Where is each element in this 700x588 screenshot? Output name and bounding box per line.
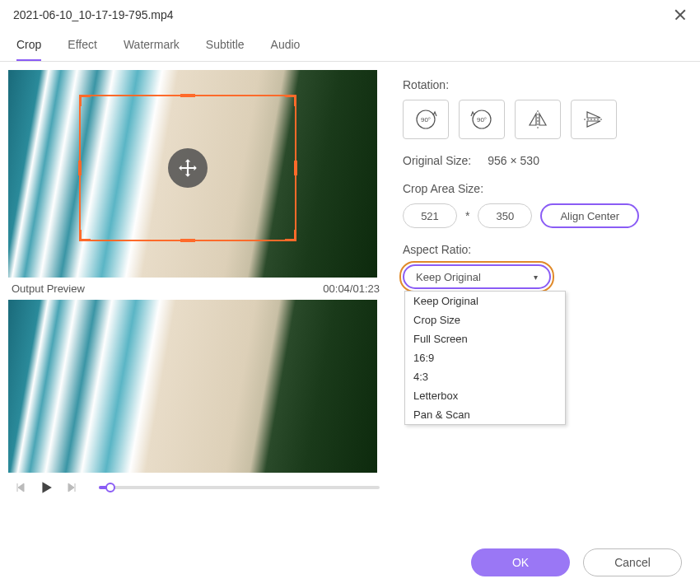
crop-handle-b[interactable]: [180, 239, 195, 242]
seek-slider[interactable]: [99, 486, 380, 489]
next-frame-button[interactable]: [64, 479, 81, 496]
crop-height-input[interactable]: [478, 203, 532, 228]
aspect-option[interactable]: Letterbox: [405, 386, 565, 405]
ok-button[interactable]: OK: [471, 548, 570, 576]
tabs: Crop Effect Watermark Subtitle Audio: [0, 30, 700, 62]
left-panel: Output Preview 00:04/01:23: [0, 62, 383, 502]
rotate-cw-icon: 90°: [411, 107, 441, 132]
tab-subtitle[interactable]: Subtitle: [206, 38, 245, 61]
tab-crop[interactable]: Crop: [16, 38, 41, 61]
play-button[interactable]: [38, 479, 54, 496]
crop-handle-tr[interactable]: [285, 95, 296, 106]
crop-width-input[interactable]: [403, 203, 457, 228]
aspect-ratio-list: Keep Original Crop Size Full Screen 16:9…: [404, 291, 566, 425]
flip-vertical-button[interactable]: [571, 100, 617, 139]
aspect-option[interactable]: Pan & Scan: [405, 405, 565, 424]
multiply-sign: *: [465, 209, 469, 222]
prev-frame-button[interactable]: [12, 479, 28, 496]
crop-rectangle[interactable]: [79, 95, 296, 241]
aspect-option[interactable]: 16:9: [405, 348, 565, 367]
time-display: 00:04/01:23: [323, 282, 380, 295]
crop-preview: [8, 70, 377, 278]
svg-text:90°: 90°: [421, 116, 431, 124]
next-frame-icon: [67, 482, 78, 493]
original-size-label: Original Size:: [403, 154, 471, 167]
cancel-button[interactable]: Cancel: [583, 548, 682, 576]
move-icon: [177, 157, 198, 179]
flip-vertical-icon: [579, 107, 609, 132]
aspect-option[interactable]: Crop Size: [405, 310, 565, 329]
playback-controls: [8, 473, 383, 502]
crop-handle-l[interactable]: [78, 161, 82, 175]
crop-move-handle[interactable]: [168, 148, 208, 188]
titlebar: 2021-06-10_10-17-19-795.mp4: [0, 0, 700, 30]
rotate-ccw-icon: 90°: [467, 107, 497, 132]
output-thumbnail: [8, 300, 377, 473]
crop-handle-br[interactable]: [285, 230, 296, 241]
footer: OK Cancel: [471, 548, 682, 576]
aspect-ratio-label: Aspect Ratio:: [403, 243, 684, 256]
chevron-down-icon: ▾: [534, 273, 538, 282]
flip-horizontal-button[interactable]: [515, 100, 561, 139]
close-icon[interactable]: [674, 8, 687, 21]
crop-handle-t[interactable]: [180, 94, 195, 97]
seek-thumb[interactable]: [105, 483, 115, 492]
crop-handle-r[interactable]: [294, 161, 297, 175]
original-size-value: 956 × 530: [488, 154, 539, 167]
output-preview-label: Output Preview: [12, 282, 85, 295]
tab-watermark[interactable]: Watermark: [124, 38, 180, 61]
rotate-cw-button[interactable]: 90°: [403, 100, 449, 139]
rotation-label: Rotation:: [403, 78, 684, 91]
aspect-option[interactable]: Full Screen: [405, 329, 565, 348]
tab-audio[interactable]: Audio: [271, 38, 301, 61]
crop-area-label: Crop Area Size:: [403, 182, 684, 195]
crop-handle-tl[interactable]: [79, 95, 91, 106]
aspect-option[interactable]: 4:3: [405, 367, 565, 386]
rotate-ccw-button[interactable]: 90°: [459, 100, 505, 139]
prev-frame-icon: [14, 482, 26, 493]
tab-effect[interactable]: Effect: [68, 38, 97, 61]
svg-text:90°: 90°: [477, 116, 487, 124]
play-icon: [40, 481, 53, 494]
aspect-ratio-dropdown[interactable]: Keep Original ▾ Keep Original Crop Size …: [403, 264, 551, 289]
right-panel: Rotation: 90° 90°: [383, 62, 700, 502]
window-title: 2021-06-10_10-17-19-795.mp4: [13, 8, 174, 21]
flip-horizontal-icon: [523, 107, 553, 132]
crop-handle-bl[interactable]: [79, 230, 91, 241]
output-preview: [8, 300, 377, 473]
aspect-selected: Keep Original: [416, 271, 481, 283]
align-center-button[interactable]: Align Center: [540, 203, 639, 228]
aspect-option[interactable]: Keep Original: [405, 292, 565, 310]
